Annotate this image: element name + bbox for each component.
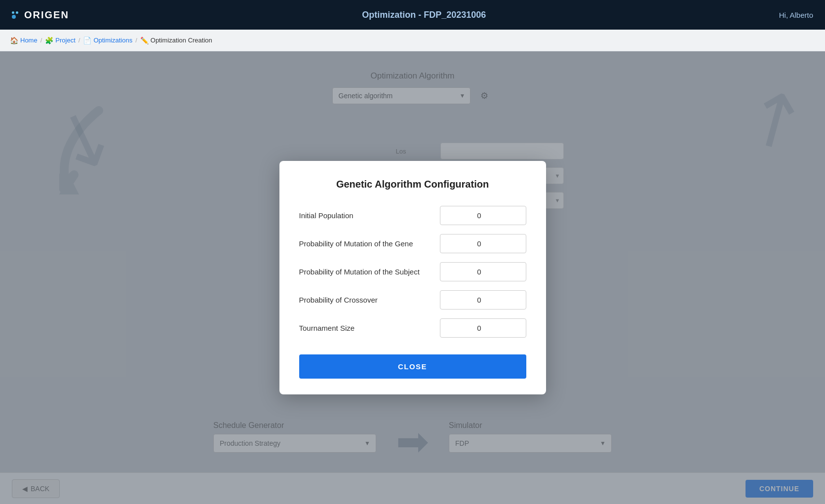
genetic-algorithm-config-modal: Genetic Algorithm Configuration Initial … <box>279 161 546 394</box>
modal-field-input-prob-mutation-gene[interactable] <box>440 234 526 253</box>
breadcrumb-home[interactable]: 🏠 Home <box>10 37 38 44</box>
puzzle-icon: 🧩 <box>45 37 53 44</box>
logo-text: ORIGEN <box>24 9 69 21</box>
modal-field-label-prob-crossover: Probability of Crossover <box>299 296 378 304</box>
modal-field-row-tournament-size: Tournament Size <box>299 318 526 338</box>
modal-field-label-prob-mutation-gene: Probability of Mutation of the Gene <box>299 239 413 248</box>
app-logo: ORIGEN <box>12 9 69 21</box>
logo-dots <box>12 11 18 19</box>
breadcrumb-current-label: Optimization Creation <box>151 37 212 44</box>
app-header: ORIGEN Optimization - FDP_20231006 Hi, A… <box>0 0 825 30</box>
modal-field-input-tournament-size[interactable] <box>440 318 526 338</box>
modal-field-input-prob-crossover[interactable] <box>440 290 526 310</box>
modal-overlay: Genetic Algorithm Configuration Initial … <box>0 51 825 504</box>
breadcrumb-project-label: Project <box>55 37 75 44</box>
breadcrumb-project[interactable]: 🧩 Project <box>45 37 75 44</box>
close-button[interactable]: CLOSE <box>299 354 526 379</box>
breadcrumb-optimizations[interactable]: 📄 Optimizations <box>83 37 132 44</box>
modal-title: Genetic Algorithm Configuration <box>299 179 526 190</box>
logo-dot <box>12 15 16 19</box>
logo-dot <box>12 11 14 14</box>
pencil-icon: ✏️ <box>140 37 149 44</box>
breadcrumb-sep: / <box>40 37 42 44</box>
modal-field-input-initial-population[interactable] <box>440 206 526 225</box>
modal-field-input-prob-mutation-subject[interactable] <box>440 262 526 281</box>
breadcrumb-sep: / <box>135 37 137 44</box>
breadcrumb-optimization-creation: ✏️ Optimization Creation <box>140 37 212 44</box>
modal-field-label-tournament-size: Tournament Size <box>299 324 355 332</box>
document-icon: 📄 <box>83 37 91 44</box>
logo-dot <box>16 11 18 14</box>
home-icon: 🏠 <box>10 37 18 44</box>
close-button-label: CLOSE <box>398 362 427 371</box>
breadcrumb-optimizations-label: Optimizations <box>93 37 132 44</box>
main-content: Optimization Algorithm Genetic algorithm… <box>0 51 825 504</box>
modal-field-row-initial-population: Initial Population <box>299 206 526 225</box>
page-title: Optimization - FDP_20231006 <box>362 10 486 20</box>
breadcrumb: 🏠 Home / 🧩 Project / 📄 Optimizations / ✏… <box>0 30 825 51</box>
modal-field-row-prob-mutation-subject: Probability of Mutation of the Subject <box>299 262 526 281</box>
breadcrumb-home-label: Home <box>20 37 38 44</box>
modal-field-label-initial-population: Initial Population <box>299 211 354 220</box>
modal-field-row-prob-crossover: Probability of Crossover <box>299 290 526 310</box>
breadcrumb-sep: / <box>79 37 80 44</box>
user-greeting: Hi, Alberto <box>779 11 813 19</box>
modal-fields: Initial PopulationProbability of Mutatio… <box>299 206 526 338</box>
modal-field-row-prob-mutation-gene: Probability of Mutation of the Gene <box>299 234 526 253</box>
modal-field-label-prob-mutation-subject: Probability of Mutation of the Subject <box>299 268 420 276</box>
